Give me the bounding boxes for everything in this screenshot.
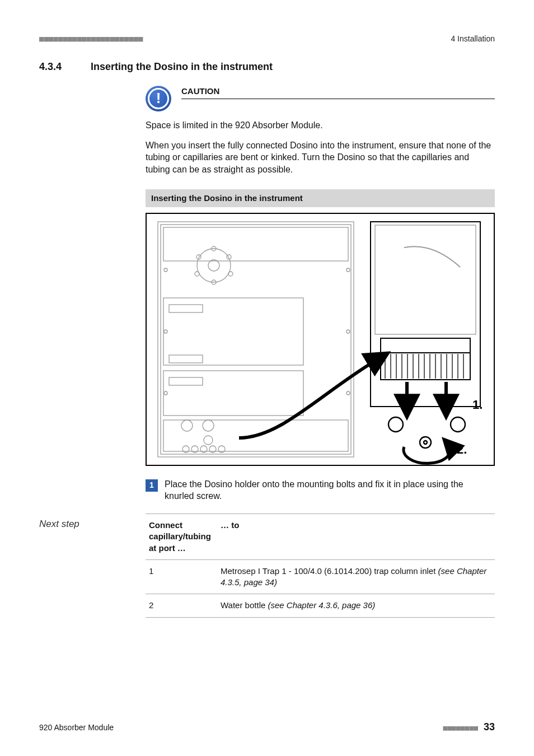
caution-paragraph-2: When you insert the fully connected Dosi… (146, 139, 495, 176)
svg-rect-0 (158, 222, 354, 457)
svg-point-7 (228, 272, 233, 276)
svg-point-4 (208, 260, 219, 271)
next-step-label: Next step (39, 519, 79, 529)
svg-point-30 (346, 391, 350, 395)
footer-dashes: ■■■■■■■■ (443, 724, 478, 732)
section-number: 4.3.4 (39, 60, 91, 73)
svg-rect-34 (381, 353, 470, 380)
content-block: ! CAUTION Space is limited in the 920 Ab… (146, 86, 495, 502)
table-cell-port: 2 (146, 594, 217, 617)
caution-heading: CAUTION (181, 86, 495, 104)
svg-point-19 (204, 436, 213, 445)
dosino-diagram: 1. 2. (146, 213, 495, 466)
svg-point-18 (203, 420, 214, 431)
caution-paragraph-1: Space is limited in the 920 Absorber Mod… (146, 119, 495, 132)
table-head-a: Connect capillary/tubing at port … (146, 514, 217, 560)
svg-rect-33 (381, 338, 470, 353)
section-title: Inserting the Dosino in the instrument (91, 60, 273, 73)
page: ■■■■■■■■■■■■■■■■■■■■■■ 4 Installation 4.… (0, 0, 534, 756)
svg-rect-13 (169, 355, 203, 363)
step-text: Place the Dosino holder onto the mountin… (165, 478, 495, 502)
inset-heading: Inserting the Dosino in the instrument (146, 189, 495, 207)
table-row: 2 Water bottle (see Chapter 4.3.6, page … (146, 594, 495, 617)
svg-rect-12 (169, 305, 203, 312)
svg-point-3 (197, 249, 231, 282)
table-cell-dest: Metrosep I Trap 1 - 100/4.0 (6.1014.200)… (217, 559, 495, 594)
svg-point-26 (164, 330, 167, 333)
xref: (see Chapter 4.3.6, page 36) (268, 600, 375, 610)
header-dashes: ■■■■■■■■■■■■■■■■■■■■■■ (39, 34, 143, 44)
footer: 920 Absorber Module ■■■■■■■■ 33 (39, 720, 495, 734)
page-number: 33 (484, 721, 495, 732)
step-number: 1 (146, 479, 158, 492)
next-step-table: Connect capillary/tubing at port … … to … (146, 514, 495, 618)
table-cell-port: 1 (146, 559, 217, 594)
svg-point-27 (164, 391, 167, 395)
exclamation-icon: ! (156, 91, 161, 105)
header-chapter: 4 Installation (451, 34, 495, 44)
caution-block: ! CAUTION (146, 86, 495, 111)
diagram-label-1: 1. (472, 398, 483, 412)
table-head-b: … to (217, 514, 495, 560)
svg-point-50 (388, 417, 403, 432)
svg-point-17 (181, 420, 193, 431)
svg-rect-32 (375, 225, 476, 334)
table-row: 1 Metrosep I Trap 1 - 100/4.0 (6.1014.20… (146, 559, 495, 594)
footer-left: 920 Absorber Module (39, 722, 114, 733)
svg-rect-2 (163, 227, 348, 261)
svg-point-28 (346, 268, 350, 272)
step-row: 1 Place the Dosino holder onto the mount… (146, 478, 495, 502)
running-head: ■■■■■■■■■■■■■■■■■■■■■■ 4 Installation (39, 34, 495, 44)
caution-title: CAUTION (181, 86, 495, 99)
svg-point-53 (424, 441, 427, 444)
diagram-label-2: 2. (457, 442, 467, 456)
svg-point-9 (195, 272, 199, 276)
svg-point-29 (346, 330, 350, 333)
svg-rect-15 (169, 377, 203, 385)
svg-point-51 (451, 417, 465, 432)
svg-point-25 (164, 268, 167, 272)
section-heading: 4.3.4 Inserting the Dosino in the instru… (39, 60, 495, 73)
table-cell-dest: Water bottle (see Chapter 4.3.6, page 36… (217, 594, 495, 617)
caution-icon: ! (146, 86, 171, 111)
